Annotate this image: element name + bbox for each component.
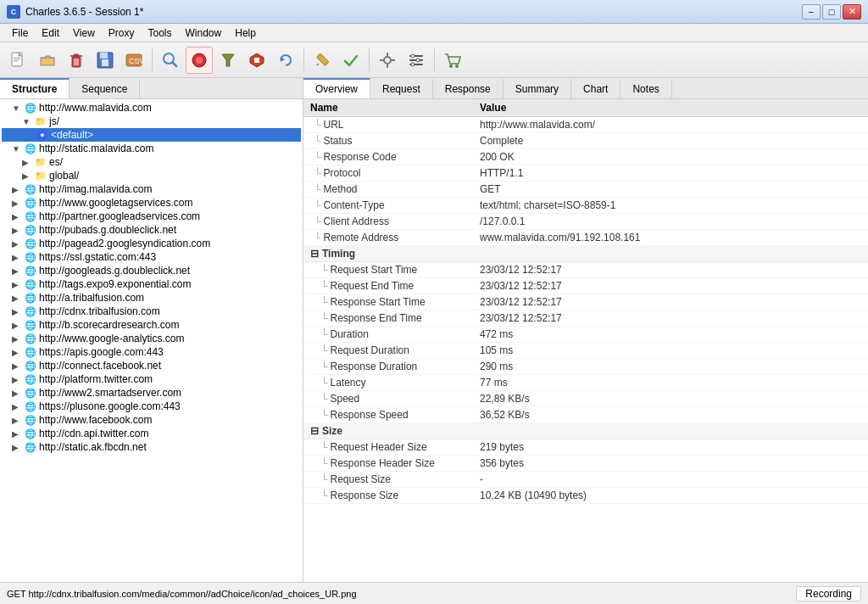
tree-item-14[interactable]: ▶ 🌐 http://platform.twitter.com [2,372,301,386]
menu-proxy[interactable]: Proxy [102,25,142,41]
svg-marker-25 [316,63,319,65]
folder-icon: 🌐 [25,103,36,114]
find-button[interactable] [157,47,184,74]
tree-item-1[interactable]: ▶ 🌐 http://www.googletagservices.com [2,196,301,210]
tree-item-global[interactable]: ▶ 📁 global/ [2,169,301,182]
toolbar-separator-3 [369,48,370,72]
tree-item-15[interactable]: ▶ 🌐 http://www2.smartadserver.com [2,386,301,400]
tree-item-12[interactable]: ▶ 🌐 https://apis.google.com:443 [2,345,301,359]
svg-rect-12 [100,53,108,59]
menu-edit[interactable]: Edit [35,25,66,41]
tree-item-9[interactable]: ▶ 🌐 http://cdnx.tribalfusion.com [2,305,301,318]
app-icon: C [7,5,20,19]
menu-tools[interactable]: Tools [142,25,179,41]
table-row: └Method GET [303,182,868,198]
stop-button[interactable] [243,47,270,74]
tree-item-5[interactable]: ▶ 🌐 https://ssl.gstatic.com:443 [2,250,301,264]
tree-item-8[interactable]: ▶ 🌐 http://a.tribalfusion.com [2,291,301,305]
tree-item-17[interactable]: ▶ 🌐 http://www.facebook.com [2,413,301,427]
table-row: └Request Duration 105 ms [303,343,868,359]
tree-item-static[interactable]: ▼ 🌐 http://static.malavida.com [2,142,301,155]
table-row: └Protocol HTTP/1.1 [303,165,868,182]
tree-label: http://static.malavida.com [39,143,153,154]
toolbar-separator-2 [303,48,304,72]
table-row: └URL http://www.malavida.com/ [303,117,868,133]
import-button[interactable]: CSV [120,47,147,74]
table-row: └Request Header Size 219 bytes [303,439,868,456]
tree-item-4[interactable]: ▶ 🌐 http://pagead2.googlesyndication.com [2,237,301,250]
save-button[interactable] [92,47,119,74]
svg-point-35 [416,59,420,62]
svg-rect-13 [102,59,108,66]
tree-item-19[interactable]: ▶ 🌐 http://static.ak.fbcdn.net [2,440,301,454]
title-bar-controls[interactable]: − □ ✕ [802,4,861,20]
tree-item-malavida[interactable]: ▼ 🌐 http://www.malavida.com [2,101,301,115]
table-row: └Response Code 200 OK [303,149,868,165]
tab-request[interactable]: Request [370,78,433,98]
table-row: └Content-Type text/html; charset=ISO-885… [303,198,868,214]
tab-structure[interactable]: Structure [0,78,70,98]
delete-button[interactable] [63,47,90,74]
tree-item-js[interactable]: ▼ 📁 js/ [2,115,301,128]
tab-chart[interactable]: Chart [571,78,620,98]
details-body: └URL http://www.malavida.com/ └Status Co… [303,117,868,504]
tree-item-16[interactable]: ▶ 🌐 https://plusone.google.com:443 [2,400,301,413]
new-session-button[interactable] [5,47,32,74]
tree-label: http://www.malavida.com [39,102,152,114]
tree-item-6[interactable]: ▶ 🌐 http://googleads.g.doubleclick.net [2,264,301,277]
tree-label: <default> [51,129,93,141]
tree-item-10[interactable]: ▶ 🌐 http://b.scorecardresearch.com [2,318,301,332]
settings-button[interactable] [403,47,430,74]
table-row: └Request Size - [303,472,868,488]
col-value: Value [473,99,868,117]
cart-button[interactable] [439,47,466,74]
svg-marker-20 [222,54,234,66]
toolbar: CSV [0,42,868,78]
record-button[interactable] [186,47,213,74]
menu-file[interactable]: File [5,25,35,41]
tab-notes[interactable]: Notes [620,78,671,98]
table-row: └Response Duration 290 ms [303,359,868,375]
tree-item-11[interactable]: ▶ 🌐 http://www.google-analytics.com [2,332,301,345]
minimize-button[interactable]: − [802,4,821,20]
tab-response[interactable]: Response [433,78,504,98]
close-button[interactable]: ✕ [843,4,861,20]
tree-item-7[interactable]: ▶ 🌐 http://tags.expo9.exponential.com [2,277,301,291]
menu-window[interactable]: Window [179,25,229,41]
tree-item-3[interactable]: ▶ 🌐 http://pubads.g.doubleclick.net [2,223,301,237]
main-content: Structure Sequence ▼ 🌐 http://www.malavi… [0,78,868,582]
toggle-icon: ▶ [22,158,32,167]
toggle-icon: ▼ [22,117,32,126]
toolbar-separator-1 [152,48,153,72]
table-row: └Duration 472 ms [303,327,868,343]
details-container: Name Value └URL http://www.malavida.com/… [303,99,868,582]
tab-sequence[interactable]: Sequence [70,78,140,98]
details-table: Name Value └URL http://www.malavida.com/… [303,99,868,504]
checkmark-button[interactable] [337,47,364,74]
tree-item-default[interactable]: ● <default> [2,128,301,142]
tools-button[interactable] [374,47,401,74]
table-row: └Request End Time 23/03/12 12:52:17 [303,278,868,294]
filter-button[interactable] [214,47,242,74]
tab-overview[interactable]: Overview [303,78,370,98]
table-row: └Response Size 10,24 KB (10490 bytes) [303,488,868,504]
table-row: └Status Complete [303,133,868,149]
node-icon: ● [36,129,48,141]
pencil-button[interactable] [309,47,336,74]
tree-view[interactable]: ▼ 🌐 http://www.malavida.com ▼ 📁 js/ ● <d… [0,99,303,582]
recording-badge[interactable]: Recording [796,586,861,601]
menu-view[interactable]: View [66,25,102,41]
refresh-button[interactable] [272,47,299,74]
folder-icon: 📁 [35,157,47,168]
tab-summary[interactable]: Summary [504,78,571,98]
svg-point-19 [196,57,203,64]
tree-item-2[interactable]: ▶ 🌐 http://partner.googleadservices.com [2,210,301,223]
open-button[interactable] [34,47,61,74]
menu-help[interactable]: Help [228,25,263,41]
tree-item-18[interactable]: ▶ 🌐 http://cdn.api.twitter.com [2,427,301,440]
tree-item-0[interactable]: ▶ 🌐 http://imag.malavida.com [2,182,301,196]
maximize-button[interactable]: □ [822,4,841,20]
svg-rect-22 [254,58,259,63]
tree-item-13[interactable]: ▶ 🌐 http://connect.facebook.net [2,359,301,372]
tree-item-es[interactable]: ▶ 📁 es/ [2,155,301,169]
